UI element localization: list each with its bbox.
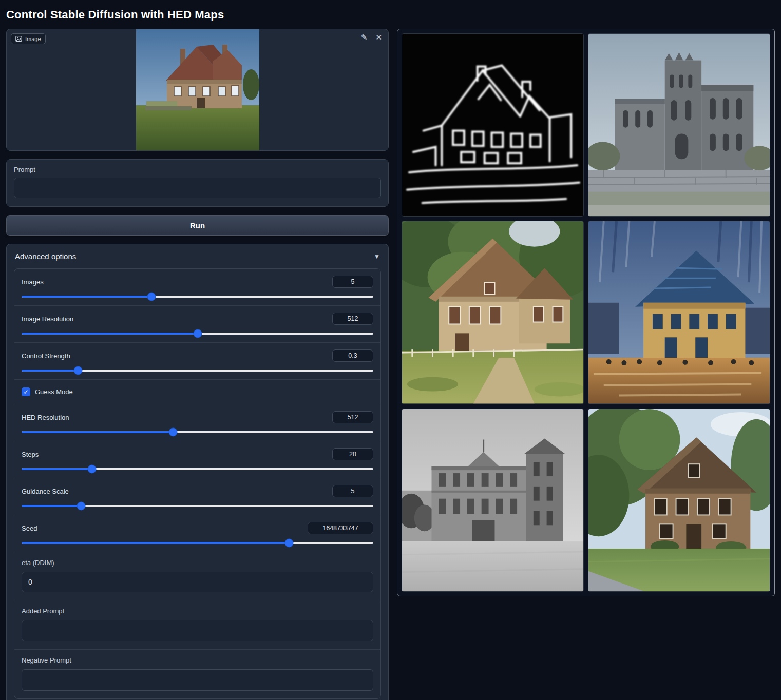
prompt-panel: Prompt <box>6 159 389 207</box>
added-prompt-group: Added Prompt <box>14 600 380 650</box>
seed-slider-group: Seed 1648733747 <box>14 515 380 552</box>
prompt-label: Prompt <box>14 166 381 173</box>
added-prompt-label: Added Prompt <box>22 607 373 615</box>
advanced-options-form: Images 5 Image Resolution 512 <box>14 268 381 699</box>
image-icon <box>15 35 22 42</box>
control-strength-slider-handle[interactable] <box>74 367 82 375</box>
guidance-scale-slider-label: Guidance Scale <box>22 488 69 495</box>
gallery-item-stylized-painting[interactable] <box>588 221 770 404</box>
painted-cottage-image <box>402 221 583 403</box>
steps-slider-group: Steps 20 <box>14 441 380 478</box>
close-image-icon[interactable]: ✕ <box>374 32 383 42</box>
image-resolution-slider-value[interactable]: 512 <box>332 313 373 325</box>
gallery-item-hed-edge-map[interactable] <box>402 33 584 217</box>
eta-group: eta (DDIM) <box>14 552 380 600</box>
images-slider-group: Images 5 <box>14 269 380 306</box>
output-gallery <box>397 29 775 596</box>
gallery-item-stone-castle[interactable] <box>588 33 770 217</box>
hed-resolution-slider-value[interactable]: 512 <box>332 411 373 423</box>
steps-slider-handle[interactable] <box>88 465 96 473</box>
eta-label: eta (DDIM) <box>22 559 373 567</box>
gallery-item-country-house[interactable] <box>588 409 770 592</box>
eta-input[interactable] <box>22 572 373 592</box>
check-icon: ✓ <box>23 389 28 395</box>
run-button[interactable]: Run <box>6 215 389 236</box>
stylized-painting-image <box>588 221 770 403</box>
seed-slider-track[interactable] <box>22 542 373 544</box>
guess-mode-group: ✓ Guess Mode <box>14 380 380 404</box>
edit-image-icon[interactable]: ✎ <box>360 32 369 42</box>
hed-resolution-slider-label: HED Resolution <box>22 414 69 421</box>
image-toolbar: ✎ ✕ <box>360 32 383 42</box>
controls-column: Image ✎ ✕ <box>6 29 389 700</box>
guess-mode-checkbox[interactable]: ✓ <box>22 387 30 396</box>
stone-castle-image <box>588 34 770 216</box>
bw-building-image <box>402 409 583 591</box>
negative-prompt-label: Negative Prompt <box>22 656 373 664</box>
control-strength-slider-value[interactable]: 0.3 <box>332 349 373 362</box>
added-prompt-input[interactable] <box>22 620 373 641</box>
seed-slider-label: Seed <box>22 524 37 532</box>
image-resolution-slider-handle[interactable] <box>194 330 201 338</box>
control-strength-slider-label: Control Strength <box>22 352 70 360</box>
advanced-options-accordion[interactable]: Advanced options ▼ <box>7 244 388 268</box>
uploaded-image <box>136 29 259 150</box>
images-slider-label: Images <box>22 278 44 286</box>
advanced-options-panel: Advanced options ▼ Images 5 Image Resolu… <box>6 244 389 700</box>
steps-slider-track[interactable] <box>22 468 373 470</box>
hed-resolution-slider-group: HED Resolution 512 <box>14 404 380 441</box>
advanced-options-title: Advanced options <box>15 252 76 261</box>
hed-resolution-slider-track[interactable] <box>22 431 373 433</box>
guidance-scale-slider-handle[interactable] <box>78 502 85 510</box>
images-slider-handle[interactable] <box>148 293 156 301</box>
image-resolution-slider-group: Image Resolution 512 <box>14 306 380 343</box>
seed-slider-handle[interactable] <box>285 539 293 547</box>
control-strength-slider-track[interactable] <box>22 370 373 372</box>
guidance-scale-slider-track[interactable] <box>22 505 373 507</box>
collapse-arrow-icon[interactable]: ▼ <box>374 253 380 260</box>
image-label-badge: Image <box>11 33 46 44</box>
images-slider-value[interactable]: 5 <box>332 276 373 288</box>
input-image-dropzone[interactable]: Image ✎ ✕ <box>6 29 389 151</box>
image-resolution-slider-label: Image Resolution <box>22 315 73 323</box>
uploaded-house-photo <box>136 29 259 150</box>
guess-mode-label: Guess Mode <box>35 388 73 396</box>
hed-edge-map-image <box>402 34 583 216</box>
negative-prompt-input[interactable] <box>22 669 373 691</box>
steps-slider-value[interactable]: 20 <box>332 448 373 460</box>
seed-slider-value[interactable]: 1648733747 <box>308 522 373 534</box>
image-label: Image <box>25 36 41 42</box>
hed-resolution-slider-handle[interactable] <box>169 429 177 436</box>
guidance-scale-slider-value[interactable]: 5 <box>332 485 373 497</box>
page-title: Control Stable Diffusion with HED Maps <box>0 0 781 29</box>
steps-slider-label: Steps <box>22 451 39 458</box>
image-resolution-slider-track[interactable] <box>22 333 373 335</box>
main-layout: Image ✎ ✕ <box>0 29 781 700</box>
gallery-item-bw-building[interactable] <box>402 409 584 592</box>
control-strength-slider-group: Control Strength 0.3 <box>14 343 380 380</box>
prompt-input[interactable] <box>14 178 381 198</box>
negative-prompt-group: Negative Prompt <box>14 650 380 698</box>
images-slider-track[interactable] <box>22 296 373 298</box>
country-house-image <box>588 409 770 591</box>
gallery-item-painted-cottage[interactable] <box>402 221 584 404</box>
guidance-scale-slider-group: Guidance Scale 5 <box>14 478 380 515</box>
